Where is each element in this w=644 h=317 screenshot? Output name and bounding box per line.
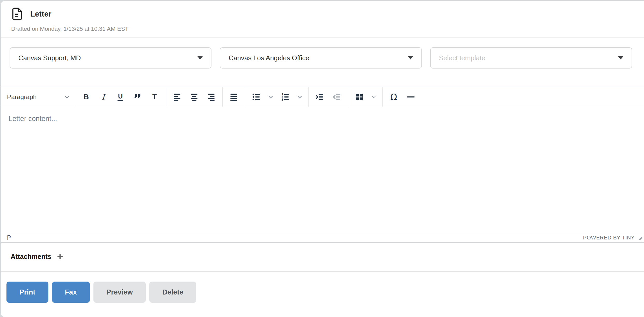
sender-select-value: Canvas Support, MD — [18, 54, 81, 62]
horizontal-rule-icon — [407, 96, 415, 97]
dropdown-caret-icon — [197, 56, 203, 59]
omega-icon: Ω — [390, 92, 397, 102]
table-button[interactable] — [351, 89, 368, 105]
editor-content[interactable]: Letter content... — [1, 107, 644, 233]
preview-button[interactable]: Preview — [93, 282, 146, 303]
sender-select[interactable]: Canvas Support, MD — [10, 47, 211, 69]
drafted-timestamp: Drafted on Monday, 1/13/25 at 10:31 AM E… — [11, 26, 634, 32]
align-left-button[interactable] — [169, 89, 186, 105]
table-icon — [355, 92, 364, 102]
special-character-button[interactable]: Ω — [385, 89, 402, 105]
dropdown-caret-icon — [408, 56, 413, 59]
bullet-list-button[interactable] — [248, 89, 265, 105]
numbered-list-icon: 123 — [281, 93, 290, 101]
align-left-icon — [173, 93, 181, 101]
numbered-list-button[interactable]: 123 — [277, 89, 294, 105]
align-right-icon — [207, 93, 216, 101]
horizontal-rule-button[interactable] — [402, 89, 419, 105]
office-select[interactable]: Canvas Los Angeles Office — [220, 47, 422, 69]
chevron-down-icon — [267, 93, 275, 101]
recipient-controls: Canvas Support, MD Canvas Los Angeles Of… — [1, 38, 644, 69]
fax-button[interactable]: Fax — [52, 282, 90, 303]
table-options-button[interactable] — [368, 89, 380, 105]
indent-button[interactable] — [311, 89, 328, 105]
italic-icon: I — [102, 93, 105, 101]
svg-text:3: 3 — [281, 98, 283, 101]
chevron-down-icon — [371, 94, 377, 100]
bold-button[interactable]: B — [78, 89, 95, 105]
rich-text-editor: Paragraph B I U ” T — [1, 87, 644, 243]
align-right-button[interactable] — [203, 89, 220, 105]
action-bar: Print Fax Preview Delete — [1, 272, 644, 303]
editor-placeholder: Letter content... — [9, 115, 57, 123]
blockquote-button[interactable]: ” — [129, 89, 146, 105]
align-center-icon — [190, 93, 199, 101]
attachments-label: Attachments — [11, 252, 51, 261]
bullet-list-options-button[interactable] — [265, 89, 277, 105]
delete-button[interactable]: Delete — [149, 282, 196, 303]
bullet-list-icon — [252, 93, 261, 101]
template-select[interactable]: Select template — [430, 47, 632, 69]
underline-button[interactable]: U — [112, 89, 129, 105]
paragraph-format-select[interactable]: Paragraph — [1, 87, 75, 107]
template-select-placeholder: Select template — [439, 54, 485, 62]
outdent-button[interactable] — [328, 89, 345, 105]
justify-button[interactable] — [225, 89, 242, 105]
italic-button[interactable]: I — [95, 89, 112, 105]
plus-icon — [56, 253, 64, 260]
chevron-down-icon — [63, 93, 71, 101]
editor-toolbar: Paragraph B I U ” T — [1, 87, 644, 107]
blockquote-icon: ” — [133, 93, 142, 100]
text-format-icon: T — [152, 93, 157, 101]
letter-panel: Letter Drafted on Monday, 1/13/25 at 10:… — [1, 1, 644, 317]
align-center-button[interactable] — [186, 89, 203, 105]
tiny-branding[interactable]: POWERED BY TINY — [583, 235, 635, 241]
text-format-button[interactable]: T — [146, 89, 163, 105]
paragraph-format-label: Paragraph — [7, 93, 36, 101]
element-path[interactable]: P — [7, 234, 11, 241]
resize-handle[interactable] — [637, 235, 642, 240]
outdent-icon — [332, 93, 341, 101]
print-button[interactable]: Print — [6, 282, 48, 303]
numbered-list-options-button[interactable] — [294, 89, 306, 105]
bold-icon: B — [84, 93, 89, 101]
document-icon — [11, 7, 23, 20]
indent-icon — [315, 93, 324, 101]
office-select-value: Canvas Los Angeles Office — [229, 54, 309, 62]
underline-icon: U — [118, 93, 123, 101]
justify-icon — [229, 93, 238, 101]
dropdown-caret-icon — [618, 56, 623, 59]
page-title: Letter — [30, 10, 52, 18]
attachments-section: Attachments — [1, 243, 644, 272]
chevron-down-icon — [296, 93, 304, 101]
add-attachment-button[interactable] — [56, 252, 64, 261]
editor-statusbar: P POWERED BY TINY — [1, 233, 644, 242]
letter-header: Letter Drafted on Monday, 1/13/25 at 10:… — [1, 1, 644, 38]
